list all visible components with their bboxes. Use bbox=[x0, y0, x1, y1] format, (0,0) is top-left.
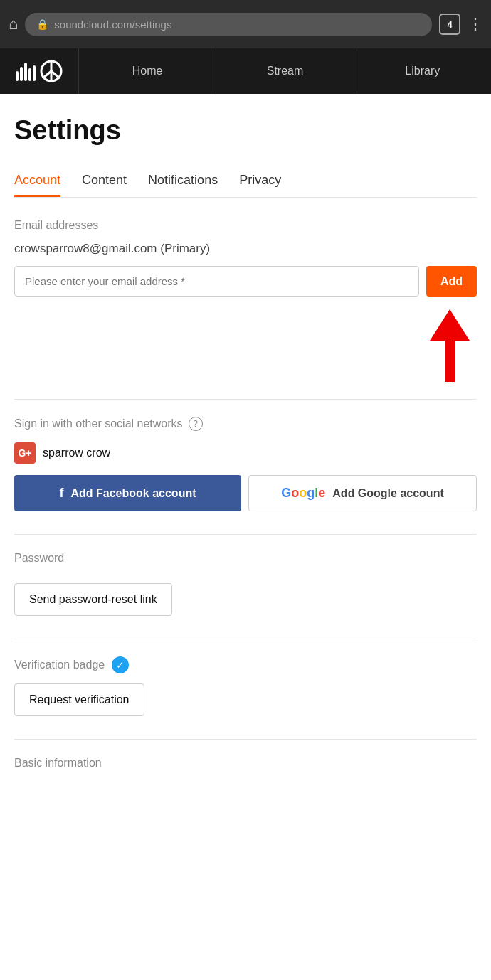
arrow-shaft bbox=[445, 339, 455, 382]
page-title: Settings bbox=[14, 115, 477, 146]
nav-stream[interactable]: Stream bbox=[216, 48, 353, 94]
svg-rect-4 bbox=[33, 65, 36, 81]
browser-url: soundcloud.com/settings bbox=[54, 18, 171, 31]
main-content: Settings Account Content Notifications P… bbox=[0, 94, 491, 798]
svg-line-7 bbox=[43, 71, 51, 78]
request-verification-button[interactable]: Request verification bbox=[14, 683, 144, 716]
red-arrow bbox=[430, 309, 470, 382]
password-section: Password Send password-reset link bbox=[14, 552, 477, 616]
verification-section: Verification badge ✓ Request verificatio… bbox=[14, 656, 477, 716]
email-input[interactable] bbox=[14, 266, 419, 297]
svg-rect-3 bbox=[28, 68, 31, 81]
arrow-head bbox=[430, 309, 470, 341]
arrow-annotation bbox=[14, 309, 477, 382]
lock-icon: 🔒 bbox=[36, 18, 48, 30]
svg-rect-0 bbox=[16, 71, 19, 81]
tab-notifications[interactable]: Notifications bbox=[148, 166, 218, 197]
nav-home[interactable]: Home bbox=[78, 48, 216, 94]
svg-rect-2 bbox=[24, 63, 27, 81]
add-facebook-button[interactable]: f Add Facebook account bbox=[14, 475, 241, 511]
tab-privacy[interactable]: Privacy bbox=[239, 166, 281, 197]
browser-chrome: ⌂ 🔒 soundcloud.com/settings 4 ⋮ bbox=[0, 0, 491, 48]
google-user-row: G+ sparrow crow bbox=[14, 442, 477, 464]
social-buttons: f Add Facebook account Google Add Google… bbox=[14, 475, 477, 511]
add-email-button[interactable]: Add bbox=[426, 266, 477, 297]
help-icon[interactable]: ? bbox=[189, 417, 203, 431]
primary-email: crowsparrow8@gmail.com (Primary) bbox=[14, 242, 477, 256]
email-input-row: Add bbox=[14, 266, 477, 297]
social-signin-label: Sign in with other social networks ? bbox=[14, 417, 477, 431]
google-icon: Google bbox=[281, 486, 325, 501]
settings-tabs: Account Content Notifications Privacy bbox=[14, 166, 477, 198]
divider-1 bbox=[14, 399, 477, 400]
tab-account[interactable]: Account bbox=[14, 166, 60, 197]
tab-content[interactable]: Content bbox=[82, 166, 127, 197]
add-google-button[interactable]: Google Add Google account bbox=[248, 475, 477, 511]
divider-3 bbox=[14, 639, 477, 639]
tab-count[interactable]: 4 bbox=[439, 14, 460, 35]
nav-library[interactable]: Library bbox=[354, 48, 491, 94]
menu-dots-icon[interactable]: ⋮ bbox=[468, 15, 482, 33]
sc-logo[interactable] bbox=[0, 48, 78, 94]
home-icon[interactable]: ⌂ bbox=[9, 15, 18, 33]
address-bar[interactable]: 🔒 soundcloud.com/settings bbox=[25, 13, 432, 36]
facebook-icon: f bbox=[59, 486, 63, 501]
password-label: Password bbox=[14, 552, 477, 565]
svg-line-8 bbox=[51, 71, 60, 78]
password-reset-button[interactable]: Send password-reset link bbox=[14, 583, 172, 616]
verified-check-icon: ✓ bbox=[112, 656, 129, 673]
basic-info-label: Basic information bbox=[14, 757, 477, 769]
google-plus-icon: G+ bbox=[14, 442, 36, 464]
divider-4 bbox=[14, 739, 477, 740]
google-username: sparrow crow bbox=[43, 447, 110, 459]
soundcloud-navbar: Home Stream Library bbox=[0, 48, 491, 94]
verification-label: Verification badge ✓ bbox=[14, 656, 477, 673]
nav-items: Home Stream Library bbox=[78, 48, 491, 94]
divider-2 bbox=[14, 534, 477, 535]
email-section-label: Email addresses bbox=[14, 219, 477, 232]
svg-rect-1 bbox=[20, 67, 23, 81]
